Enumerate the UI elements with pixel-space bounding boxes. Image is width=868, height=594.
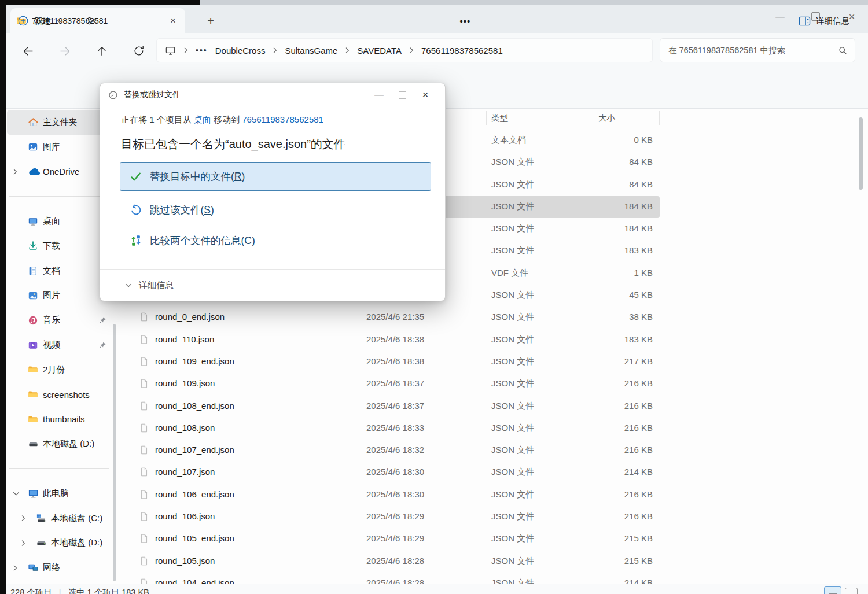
sidebar-item-gallery[interactable]: 图库	[6, 135, 115, 160]
up-button[interactable]	[95, 44, 109, 58]
file-row[interactable]: round_108.json2025/4/6 18:33JSON 文件216 K…	[122, 418, 660, 440]
file-row[interactable]: round_109.json2025/4/6 18:37JSON 文件216 K…	[122, 373, 660, 395]
sidebar-item-feb-folder[interactable]: 2月份	[6, 357, 115, 382]
new-tab-button[interactable]: +	[203, 13, 219, 29]
sidebar-item-onedrive[interactable]: OneDrive	[6, 160, 115, 185]
breadcrumb-overflow[interactable]: •••	[196, 46, 208, 55]
sidebar-item-label: 网络	[43, 562, 60, 573]
file-row[interactable]: round_106.json2025/4/6 18:29JSON 文件216 K…	[122, 506, 660, 528]
refresh-button[interactable]	[132, 44, 146, 58]
sidebar-item-local-disk-c-2[interactable]: 本地磁盘 (C:)	[6, 506, 115, 531]
thispc-icon	[28, 488, 42, 499]
column-header-size[interactable]: 大小	[598, 113, 615, 124]
folder-icon	[28, 389, 42, 400]
details-pane-toggle[interactable]: 详细信息	[794, 10, 854, 31]
search-input[interactable]	[667, 45, 838, 56]
chevron-right-icon[interactable]	[21, 515, 36, 522]
file-list-scrollbar[interactable]	[859, 117, 863, 190]
column-divider[interactable]	[486, 111, 487, 125]
file-row[interactable]: round_110.json2025/4/6 18:38JSON 文件183 K…	[122, 329, 660, 351]
search-box[interactable]	[660, 38, 855, 62]
sidebar-item-videos[interactable]: 视频	[6, 333, 115, 357]
this-pc-icon[interactable]	[165, 45, 176, 56]
sidebar-item-downloads[interactable]: 下载	[6, 234, 115, 259]
new-button[interactable]: 新建	[10, 10, 70, 31]
sidebar-item-label: 桌面	[43, 216, 60, 227]
details-view-button[interactable]	[824, 586, 841, 594]
file-row[interactable]: round_105.json2025/4/6 18:28JSON 文件215 K…	[122, 551, 660, 573]
file-row[interactable]: round_107_end.json2025/4/6 18:32JSON 文件2…	[122, 440, 660, 462]
breadcrumb: •••DoubleCrossSultansGameSAVEDATA7656119…	[156, 38, 653, 62]
sidebar-scrollbar[interactable]	[113, 324, 116, 581]
chevron-right-icon[interactable]	[21, 540, 36, 547]
sidebar-item-network[interactable]: 网络	[6, 555, 115, 580]
sidebar-item-thumbnails[interactable]: thumbnails	[6, 407, 115, 432]
forward-button[interactable]	[58, 44, 72, 58]
dialog-minimize-button[interactable]: —	[367, 87, 391, 103]
back-button[interactable]	[21, 44, 35, 58]
refresh-icon	[133, 45, 145, 57]
large-icons-view-button[interactable]	[845, 588, 858, 594]
more-details-toggle[interactable]: 详细信息	[125, 275, 174, 295]
chevron-right-icon[interactable]	[13, 565, 28, 571]
sidebar-item-documents[interactable]: 文档	[6, 259, 115, 283]
move-prefix: 正在将 1 个项目从	[121, 115, 192, 124]
background-left-strip	[0, 5, 6, 594]
home-icon	[28, 117, 42, 128]
more-options-button[interactable]: •••	[455, 10, 476, 31]
sidebar-item-label: 此电脑	[43, 488, 69, 499]
column-divider[interactable]	[659, 111, 660, 125]
file-row[interactable]: round_107.json2025/4/6 18:30JSON 文件214 K…	[122, 462, 660, 484]
chevron-right-icon[interactable]	[13, 168, 28, 175]
column-header-type[interactable]: 类型	[491, 113, 508, 124]
move-destination-link[interactable]: 76561198378562581	[242, 115, 323, 124]
file-row[interactable]: round_109_end.json2025/4/6 18:38JSON 文件2…	[122, 351, 660, 373]
move-description: 正在将 1 个项目从 桌面 移动到 76561198378562581	[121, 113, 430, 126]
sidebar-item-desktop[interactable]: 桌面	[6, 209, 115, 234]
cut-button[interactable]	[87, 15, 98, 29]
sidebar-item-label: 图库	[43, 142, 60, 153]
breadcrumb-item[interactable]: SultansGame	[285, 46, 337, 56]
sidebar-item-music[interactable]: 音乐	[6, 308, 115, 333]
sidebar-item-pictures[interactable]: 图片	[6, 283, 115, 308]
file-size: 216 KB	[624, 378, 653, 388]
move-source-link[interactable]: 桌面	[194, 115, 211, 124]
file-row[interactable]: round_106_end.json2025/4/6 18:30JSON 文件2…	[122, 484, 660, 506]
sidebar-item-local-disk-d-2[interactable]: 本地磁盘 (D:)	[6, 531, 115, 556]
file-type: JSON 文件	[491, 467, 534, 478]
folder-icon	[28, 364, 42, 375]
sidebar-item-home[interactable]: 主文件夹	[7, 110, 113, 135]
sidebar-item-local-disk-d[interactable]: 本地磁盘 (D:)	[6, 431, 115, 456]
file-size: 216 KB	[624, 511, 653, 521]
file-name: round_108.json	[155, 423, 215, 433]
file-type: JSON 文件	[491, 489, 534, 500]
breadcrumb-item[interactable]: SAVEDATA	[357, 46, 402, 56]
items-count: 228 个项目	[10, 587, 52, 594]
breadcrumb-item[interactable]: 76561198378562581	[421, 46, 503, 56]
dialog-close-button[interactable]: ×	[414, 87, 437, 103]
sidebar-item-label: 视频	[43, 340, 60, 351]
breadcrumb-chevron-icon	[183, 47, 188, 54]
file-date-modified: 2025/4/6 18:33	[366, 423, 424, 433]
sidebar-item-label: 图片	[43, 290, 60, 301]
sidebar-item-this-pc[interactable]: 此电脑	[6, 481, 115, 506]
file-size: 216 KB	[624, 445, 653, 455]
breadcrumb-item[interactable]: DoubleCross	[215, 46, 266, 56]
dialog-option-compare[interactable]: 比较两个文件的信息(C)	[121, 229, 430, 252]
tab-close-icon[interactable]: ×	[167, 15, 179, 27]
column-divider[interactable]	[594, 111, 594, 125]
file-size: 1 KB	[634, 268, 653, 278]
file-row[interactable]: round_0_end.json2025/4/6 21:35JSON 文件38 …	[122, 307, 660, 329]
file-row[interactable]: round_105_end.json2025/4/6 18:29JSON 文件2…	[122, 528, 660, 550]
dialog-title: 替换或跳过文件	[124, 90, 367, 100]
file-row[interactable]: round_108_end.json2025/4/6 18:37JSON 文件2…	[122, 396, 660, 418]
dialog-option-replace[interactable]: 替换目标中的文件(R)	[120, 162, 431, 191]
dialog-option-skip[interactable]: 跳过该文件(S)	[121, 198, 430, 222]
file-date-modified: 2025/4/6 18:38	[366, 356, 424, 366]
chevron-down-icon[interactable]	[13, 491, 28, 496]
sidebar-item-screenshots[interactable]: screenshots	[6, 382, 115, 407]
window-minimize-button[interactable]: —	[773, 10, 787, 23]
file-date-modified: 2025/4/6 18:30	[366, 489, 424, 499]
file-icon	[139, 533, 149, 546]
replace-or-skip-dialog: 替换或跳过文件 — × 正在将 1 个项目从 桌面 移动到 7656119837…	[100, 83, 446, 301]
